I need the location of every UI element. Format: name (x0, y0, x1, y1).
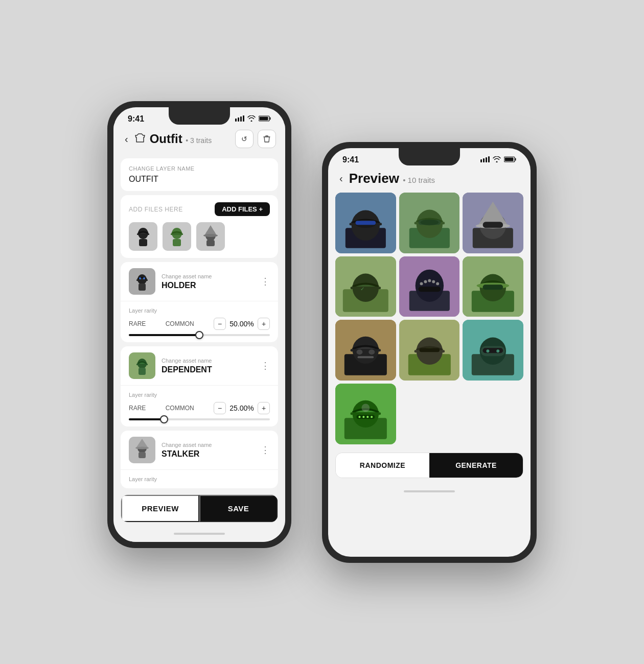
asset-holder-name[interactable]: HOLDER (162, 281, 255, 290)
asset-dependent-section: Change asset name DEPENDENT ⋮ Layer rari… (121, 346, 278, 426)
svg-rect-37 (486, 157, 487, 162)
preview-title: Preview • 10 traits (349, 171, 521, 186)
holder-minus-button[interactable]: − (214, 318, 226, 330)
asset-stalker-rarity: Layer rarity (121, 470, 278, 488)
phone-left: 9:41 ‹ (107, 101, 291, 548)
randomize-button[interactable]: RANDOMIZE (336, 453, 429, 478)
nft-cell-3[interactable] (463, 193, 523, 253)
svg-point-69 (424, 280, 427, 283)
signal-icon (235, 115, 244, 123)
home-indicator-left (113, 529, 285, 542)
time-right: 9:41 (342, 155, 359, 164)
preview-button[interactable]: PREVIEW (121, 495, 199, 522)
thumb-1[interactable] (129, 222, 157, 251)
nft-cell-10[interactable] (335, 384, 396, 444)
home-bar-right (404, 490, 455, 492)
scene: 9:41 ‹ (66, 70, 578, 594)
asset-stalker-menu[interactable]: ⋮ (261, 444, 270, 456)
outfit-icon (134, 133, 146, 146)
preview-nav: ‹ Preview • 10 traits (328, 164, 531, 193)
status-icons-right (480, 156, 516, 164)
dependent-rare-label: RARE (129, 405, 146, 412)
svg-rect-19 (206, 240, 215, 246)
holder-rarity-controls: − 50.00% + (214, 318, 270, 330)
layer-name-value[interactable]: OUTFIT (129, 175, 270, 184)
svg-rect-28 (136, 364, 148, 365)
nft-grid-section: ✓ (328, 193, 531, 444)
wifi-icon-right (493, 156, 501, 164)
asset-holder-menu[interactable]: ⋮ (261, 276, 270, 287)
add-files-header: ADD FILES HERE ADD FILES + (129, 202, 270, 216)
nft-cell-4[interactable]: ✓ (335, 256, 396, 317)
dependent-plus-button[interactable]: + (258, 402, 270, 414)
svg-rect-34 (139, 452, 146, 458)
svg-point-68 (420, 282, 423, 285)
phone-left-content: ‹ Outfit • 3 traits ↺ (113, 124, 285, 542)
svg-rect-6 (260, 116, 268, 120)
nft-cell-9[interactable] (463, 320, 523, 381)
svg-point-106 (366, 416, 369, 418)
holder-slider[interactable] (129, 334, 270, 336)
dependent-minus-button[interactable]: − (214, 402, 226, 414)
svg-point-72 (436, 282, 439, 285)
asset-dependent-name[interactable]: DEPENDENT (162, 365, 255, 374)
page-title-left: Outfit • 3 traits (150, 132, 231, 146)
nft-cell-1[interactable] (335, 193, 396, 253)
svg-rect-3 (243, 115, 244, 122)
nft-cell-5[interactable] (399, 256, 460, 317)
refresh-button[interactable]: ↺ (235, 130, 254, 148)
notch-right (399, 148, 460, 165)
nft-cell-2[interactable] (399, 193, 460, 253)
nft-cell-8[interactable] (399, 320, 460, 381)
holder-plus-button[interactable]: + (258, 318, 270, 330)
thumb-2[interactable] (163, 222, 191, 251)
asset-dependent-rarity: Layer rarity RARE COMMON − 25.00% + (121, 386, 278, 426)
dependent-rarity-controls: − 25.00% + (214, 402, 270, 414)
svg-rect-13 (171, 233, 183, 235)
nav-actions-left: ↺ (235, 130, 276, 148)
svg-rect-10 (139, 239, 147, 246)
svg-rect-35 (480, 159, 482, 162)
holder-rarity-row: RARE COMMON − 50.00% + (129, 318, 270, 330)
svg-point-105 (362, 416, 364, 418)
holder-rare-label: RARE (129, 320, 146, 327)
svg-rect-2 (240, 116, 242, 122)
asset-stalker-section: Change asset name STALKER ⋮ Layer rarity (121, 431, 278, 488)
asset-dependent-info: Change asset name DEPENDENT (162, 358, 255, 374)
svg-rect-29 (139, 368, 146, 375)
svg-text:✓: ✓ (360, 286, 364, 292)
delete-button[interactable] (258, 130, 276, 148)
thumb-3[interactable] (196, 222, 225, 251)
layer-name-label: Change layer name (129, 165, 270, 172)
add-files-button[interactable]: ADD FILES + (215, 202, 270, 216)
svg-point-96 (487, 350, 490, 353)
svg-rect-63 (351, 287, 381, 289)
svg-rect-14 (173, 239, 181, 246)
battery-icon (259, 115, 271, 123)
holder-slider-thumb[interactable] (195, 331, 203, 339)
nft-cell-6[interactable] (463, 256, 523, 317)
asset-stalker-name[interactable]: STALKER (162, 449, 255, 459)
back-button-right[interactable]: ‹ (337, 171, 345, 186)
add-files-section: ADD FILES HERE ADD FILES + (121, 195, 278, 258)
asset-holder-row: Change asset name HOLDER ⋮ (121, 262, 278, 301)
svg-point-84 (369, 350, 375, 355)
asset-dependent-menu[interactable]: ⋮ (261, 360, 270, 371)
generate-button[interactable]: GENERATE (429, 453, 523, 478)
save-button[interactable]: SAVE (199, 495, 278, 522)
svg-rect-82 (351, 349, 381, 352)
svg-point-18 (203, 234, 218, 237)
nft-cell-7[interactable] (335, 320, 396, 381)
dependent-rarity-label: Layer rarity (129, 392, 270, 398)
add-files-label: ADD FILES HERE (129, 206, 183, 213)
asset-holder-label: Change asset name (162, 273, 255, 279)
home-indicator-right (328, 486, 531, 500)
back-button-left[interactable]: ‹ (123, 131, 130, 147)
dependent-slider[interactable] (129, 418, 270, 420)
asset-dependent-thumb (129, 352, 155, 379)
svg-point-33 (135, 447, 149, 449)
asset-holder-info: Change asset name HOLDER (162, 273, 255, 290)
svg-rect-25 (139, 283, 146, 291)
svg-rect-36 (483, 158, 485, 162)
dependent-slider-thumb[interactable] (160, 415, 168, 423)
